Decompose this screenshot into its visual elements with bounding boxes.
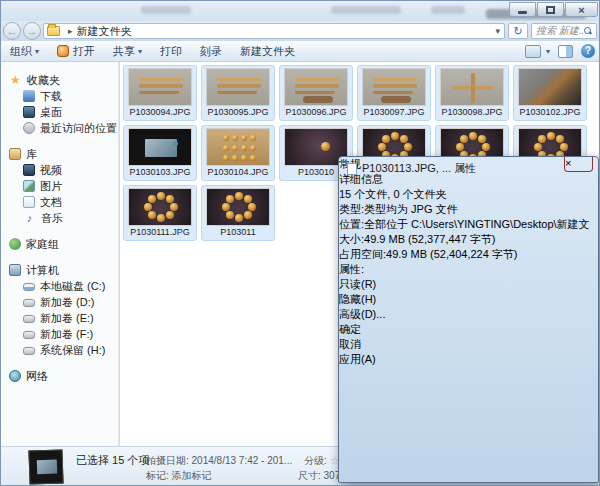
toolbar-item-print[interactable]: 打印: [151, 41, 191, 61]
maximize-button[interactable]: [537, 2, 564, 17]
file-item[interactable]: P1030102.JPG: [513, 65, 587, 121]
refresh-icon: ↻: [513, 25, 522, 37]
file-thumbnail: [206, 128, 270, 166]
readonly-label: 只读(R): [339, 278, 376, 290]
desktop-icon: [23, 106, 35, 118]
walnut-shape: [226, 211, 234, 219]
disk-icon: [23, 331, 35, 339]
ok-button[interactable]: 确定: [339, 322, 598, 337]
toolbar-item-organize[interactable]: 组织▾: [1, 41, 48, 61]
address-dropdown-icon[interactable]: ▾: [495, 26, 500, 36]
walnut-shape: [223, 145, 229, 151]
walnut-shape: [144, 203, 152, 211]
sidebar-group-库[interactable]: 库: [1, 146, 118, 162]
sidebar-item-label: 视频: [40, 163, 62, 178]
address-bar[interactable]: ▸ 新建文件夹 ▾: [43, 23, 505, 39]
sidebar-item-系统保留 (H:)[interactable]: 系统保留 (H:): [1, 342, 118, 358]
sidebar-item-音乐[interactable]: ♪音乐: [1, 210, 118, 226]
forward-button[interactable]: →: [23, 22, 41, 40]
walnut-shape: [232, 155, 238, 161]
sidebar-item-新加卷 (D:)[interactable]: 新加卷 (D:): [1, 294, 118, 310]
background-blur-blob: [141, 6, 191, 14]
sidebar-item-下载[interactable]: 下载: [1, 88, 118, 104]
toolbar-item-label: 组织: [10, 44, 32, 59]
sidebar-item-图片[interactable]: 图片: [1, 178, 118, 194]
selection-preview-thumbnail: [28, 449, 63, 484]
walnut-shape: [241, 155, 247, 161]
change-view-icon[interactable]: [525, 45, 541, 58]
chevron-down-icon: ▾: [35, 47, 39, 56]
sidebar-item-新加卷 (F:)[interactable]: 新加卷 (F:): [1, 326, 118, 342]
sidebar-item-文档[interactable]: 文档: [1, 194, 118, 210]
property-label: 位置:: [339, 218, 364, 230]
stick-shape: [139, 84, 183, 88]
search-input[interactable]: 搜索 新建...: [531, 23, 597, 39]
file-name: P1030102.JPG: [514, 107, 586, 117]
sidebar-item-label: 音乐: [41, 211, 63, 226]
breadcrumb[interactable]: 新建文件夹: [77, 24, 132, 39]
property-label: 大小:: [339, 233, 364, 245]
close-button[interactable]: ×: [565, 2, 598, 17]
date-taken: 拍摄日期: 2014/8/13 7:42 - 201...: [146, 454, 292, 468]
change-view-dropdown-icon[interactable]: ▾: [546, 47, 550, 56]
tags[interactable]: 标记: 添加标记: [146, 469, 212, 483]
sidebar-item-最近访问的位置[interactable]: 最近访问的位置: [1, 120, 118, 136]
dialog-buttons: 确定 取消 应用(A): [339, 322, 598, 367]
toolbar-item-new-folder[interactable]: 新建文件夹: [231, 41, 304, 61]
refresh-button[interactable]: ↻: [508, 23, 528, 39]
computer-icon: [9, 264, 21, 276]
file-item[interactable]: P1030098.JPG: [435, 65, 509, 121]
file-item[interactable]: P1030096.JPG: [279, 65, 353, 121]
sidebar-group-收藏夹[interactable]: ★收藏夹: [1, 72, 118, 88]
walnut-shape: [244, 211, 252, 219]
toolbar-item-burn[interactable]: 刻录: [191, 41, 231, 61]
cancel-button[interactable]: 取消: [339, 337, 598, 352]
sidebar-item-视频[interactable]: 视频: [1, 162, 118, 178]
sidebar-item-新加卷 (E:)[interactable]: 新加卷 (E:): [1, 310, 118, 326]
hidden-label: 隐藏(H): [339, 293, 376, 305]
advanced-button[interactable]: 高级(D)...: [339, 307, 598, 322]
file-item[interactable]: P1030103.JPG: [123, 125, 197, 181]
sidebar-group-label: 库: [26, 147, 37, 162]
sidebar-item-本地磁盘 (C:)[interactable]: 本地磁盘 (C:): [1, 278, 118, 294]
file-item[interactable]: P1030111.JPG: [123, 185, 197, 241]
window-titlebar: ×: [1, 1, 600, 21]
navigation-pane: ★收藏夹下载桌面最近访问的位置库视频图片文档♪音乐家庭组计算机本地磁盘 (C:)…: [1, 62, 119, 446]
summary-row: 15 个文件, 0 个文件夹: [339, 187, 598, 202]
sidebar-group-家庭组[interactable]: 家庭组: [1, 236, 118, 252]
walnut-shape: [235, 214, 243, 222]
file-item[interactable]: P1030097.JPG: [357, 65, 431, 121]
back-button[interactable]: ←: [3, 22, 21, 40]
background-blur-blob: [431, 6, 465, 14]
file-name: P1030103.JPG: [124, 167, 196, 177]
sidebar-item-桌面[interactable]: 桌面: [1, 104, 118, 120]
toolbar-item-open[interactable]: 打开: [48, 41, 104, 61]
network-icon: [9, 370, 21, 382]
sidebar-group: 计算机本地磁盘 (C:)新加卷 (D:)新加卷 (E:)新加卷 (F:)系统保留…: [1, 262, 118, 358]
toolbar-item-label: 共享: [113, 44, 135, 59]
attributes-label: 属性:: [339, 263, 364, 275]
rating-label: 分级:: [304, 455, 327, 466]
dialog-close-button[interactable]: ×: [564, 157, 593, 172]
walnut-shape: [248, 203, 256, 211]
sidebar-group: ★收藏夹下载桌面最近访问的位置: [1, 72, 118, 136]
property-value: 49.9 MB (52,404,224 字节): [386, 248, 517, 260]
sidebar-group-网络[interactable]: 网络: [1, 368, 118, 384]
minimize-button[interactable]: [509, 2, 536, 17]
walnut-shape: [244, 195, 252, 203]
stick-shape: [139, 78, 183, 81]
walnut-shape: [534, 143, 542, 151]
file-item[interactable]: P1030095.JPG: [201, 65, 275, 121]
file-item[interactable]: P103011: [201, 185, 275, 241]
sidebar-item-label: 桌面: [40, 105, 62, 120]
help-icon[interactable]: ?: [581, 44, 595, 58]
file-item[interactable]: P1030104.JPG: [201, 125, 275, 181]
stick-shape: [381, 96, 411, 103]
stick-shape: [217, 91, 257, 94]
stick-shape: [471, 73, 475, 103]
toolbar-item-share[interactable]: 共享▾: [104, 41, 151, 61]
readonly-row: 只读(R): [339, 277, 598, 292]
file-item[interactable]: P1030094.JPG: [123, 65, 197, 121]
sidebar-group-计算机[interactable]: 计算机: [1, 262, 118, 278]
preview-pane-icon[interactable]: [558, 45, 573, 58]
